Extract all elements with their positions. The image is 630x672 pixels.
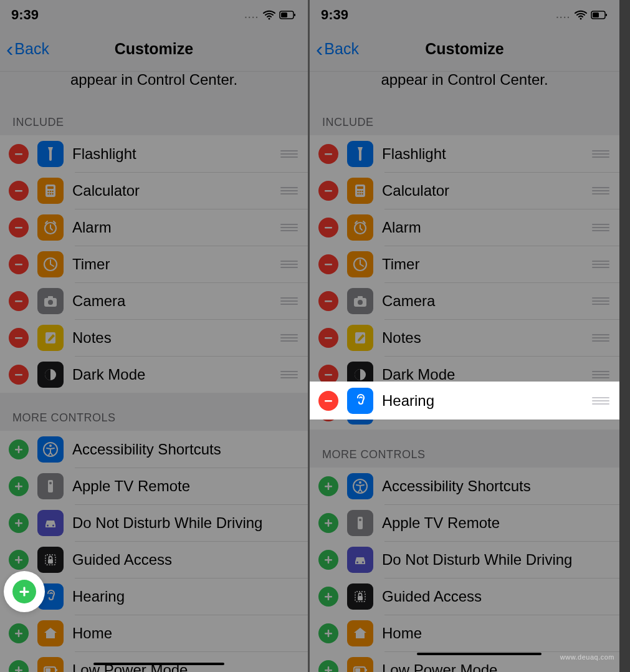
list-row[interactable]: Notes — [0, 319, 308, 356]
row-label: Alarm — [382, 219, 592, 236]
remove-button[interactable] — [9, 365, 29, 385]
list-row[interactable]: Do Not Disturb While Driving — [310, 541, 619, 578]
row-label: Hearing — [382, 392, 592, 410]
drag-handle[interactable] — [280, 371, 298, 378]
battery-icon — [591, 9, 608, 21]
back-button[interactable]: ‹ Back — [6, 38, 49, 59]
list-row[interactable]: Apple TV Remote — [0, 468, 308, 504]
row-label: Alarm — [72, 219, 280, 236]
chevron-left-icon: ‹ — [316, 38, 323, 59]
highlight-row-hearing[interactable]: Hearing — [310, 382, 619, 420]
list-row[interactable]: Home — [0, 615, 308, 651]
drag-handle[interactable] — [280, 297, 298, 305]
row-label: Notes — [382, 329, 592, 347]
drag-handle[interactable] — [592, 334, 609, 342]
add-button[interactable] — [9, 623, 29, 643]
nav-bar: ‹ Back Customize — [0, 26, 308, 72]
add-button[interactable] — [9, 513, 29, 533]
add-button[interactable] — [318, 623, 338, 643]
signal-dots: .... — [556, 10, 571, 20]
section-more: More Controls — [0, 393, 308, 431]
flashlight-icon — [37, 141, 64, 167]
remove-button[interactable] — [318, 391, 338, 411]
home-icon — [37, 620, 64, 646]
row-label: Guided Access — [382, 588, 609, 605]
list-row[interactable]: Timer — [310, 246, 619, 282]
list-row[interactable]: Timer — [0, 246, 308, 282]
list-row[interactable]: Guided Access — [310, 578, 619, 615]
add-button[interactable] — [318, 513, 338, 533]
add-button[interactable] — [12, 580, 36, 603]
drag-handle[interactable] — [592, 150, 609, 158]
remove-button[interactable] — [318, 181, 338, 201]
back-label: Back — [14, 40, 49, 58]
add-button[interactable] — [9, 476, 29, 496]
remove-button[interactable] — [318, 328, 338, 348]
drag-handle[interactable] — [280, 261, 298, 268]
watermark: www.deuaq.com — [560, 653, 614, 661]
notes-icon — [37, 325, 64, 351]
remove-button[interactable] — [318, 218, 338, 238]
drag-handle[interactable] — [280, 224, 298, 231]
add-button[interactable] — [318, 587, 338, 607]
remove-button[interactable] — [9, 181, 29, 201]
drag-handle[interactable] — [592, 261, 609, 268]
drag-handle[interactable] — [592, 187, 609, 194]
list-row[interactable]: Camera — [0, 282, 308, 319]
add-button[interactable] — [318, 660, 338, 673]
list-row[interactable]: Guided Access — [0, 541, 308, 578]
lock-icon — [347, 583, 373, 610]
list-row[interactable]: Accessibility Shortcuts — [310, 468, 619, 504]
add-button[interactable] — [318, 550, 338, 570]
add-button[interactable] — [9, 439, 29, 459]
remove-button[interactable] — [9, 291, 29, 311]
list-row[interactable]: Alarm — [310, 209, 619, 246]
row-label: Accessibility Shortcuts — [382, 478, 609, 495]
list-row[interactable]: Alarm — [0, 209, 308, 246]
remove-button[interactable] — [318, 144, 338, 164]
row-label: Home — [72, 625, 298, 642]
timer-icon — [347, 251, 373, 277]
remove-button[interactable] — [9, 144, 29, 164]
drag-handle[interactable] — [592, 297, 609, 305]
row-label: Apple TV Remote — [72, 478, 298, 495]
remove-button[interactable] — [318, 254, 338, 274]
list-row[interactable]: Apple TV Remote — [310, 504, 619, 541]
drag-handle[interactable] — [592, 224, 609, 231]
camera-icon — [37, 288, 64, 314]
list-row[interactable]: Low Power Mode — [0, 651, 308, 672]
list-row[interactable]: Flashlight — [0, 135, 308, 172]
add-button[interactable] — [9, 660, 29, 673]
list-row[interactable]: Camera — [310, 282, 619, 319]
row-label: Home — [382, 625, 609, 642]
row-label: Accessibility Shortcuts — [72, 441, 298, 458]
remove-button[interactable] — [9, 254, 29, 274]
list-row[interactable]: Calculator — [0, 172, 308, 209]
banner-text: appear in Control Center. — [310, 70, 619, 97]
drag-handle[interactable] — [280, 187, 298, 194]
drag-handle[interactable] — [280, 150, 298, 158]
add-button[interactable] — [9, 550, 29, 570]
remove-button[interactable] — [9, 218, 29, 238]
row-label: Low Power Mode — [382, 661, 609, 673]
list-row[interactable]: Do Not Disturb While Driving — [0, 504, 308, 541]
list-row[interactable]: Notes — [310, 319, 619, 356]
list-row[interactable]: Hearing — [0, 578, 308, 615]
add-button[interactable] — [318, 476, 338, 496]
remove-button[interactable] — [9, 328, 29, 348]
list-row[interactable]: Accessibility Shortcuts — [0, 431, 308, 468]
remove-button[interactable] — [318, 291, 338, 311]
section-include: Include — [310, 97, 619, 135]
phone-right: 9:39 .... ‹ Back Customize appear in Con… — [310, 0, 619, 672]
back-button[interactable]: ‹ Back — [316, 38, 359, 59]
list-row[interactable]: Dark Mode — [0, 356, 308, 393]
list-row[interactable]: Flashlight — [310, 135, 619, 172]
strikethrough — [93, 663, 224, 665]
drag-handle[interactable] — [280, 334, 298, 342]
drag-handle[interactable] — [592, 397, 609, 405]
row-label: Timer — [382, 256, 592, 273]
list-row[interactable]: Home — [310, 615, 619, 651]
list-row[interactable]: Calculator — [310, 172, 619, 209]
row-label: Hearing — [72, 588, 298, 605]
drag-handle[interactable] — [592, 371, 609, 378]
